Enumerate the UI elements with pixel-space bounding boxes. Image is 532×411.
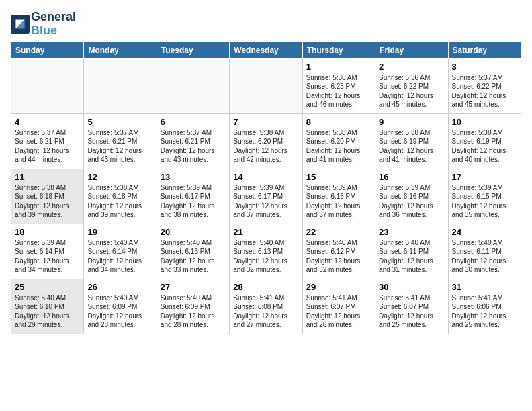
cell-info: Sunrise: 5:38 AM Sunset: 6:19 PM Dayligh… <box>379 128 444 165</box>
calendar-cell: 28Sunrise: 5:41 AM Sunset: 6:08 PM Dayli… <box>230 279 302 334</box>
date-number: 20 <box>161 227 226 237</box>
calendar-cell: 6Sunrise: 5:37 AM Sunset: 6:21 PM Daylig… <box>157 113 229 169</box>
calendar-cell: 25Sunrise: 5:40 AM Sunset: 6:10 PM Dayli… <box>11 279 84 334</box>
date-number: 30 <box>379 282 444 292</box>
cell-info: Sunrise: 5:41 AM Sunset: 6:06 PM Dayligh… <box>452 293 517 330</box>
day-header-sunday: Sunday <box>11 42 84 58</box>
logo: General Blue <box>11 11 76 38</box>
date-number: 15 <box>306 172 371 182</box>
date-number: 12 <box>87 172 152 182</box>
cell-info: Sunrise: 5:40 AM Sunset: 6:13 PM Dayligh… <box>233 238 298 275</box>
date-number: 24 <box>452 227 517 237</box>
date-number: 13 <box>161 172 226 182</box>
calendar-cell: 3Sunrise: 5:37 AM Sunset: 6:22 PM Daylig… <box>448 58 521 113</box>
calendar-cell: 26Sunrise: 5:40 AM Sunset: 6:09 PM Dayli… <box>84 279 157 334</box>
date-number: 4 <box>15 117 80 127</box>
cell-info: Sunrise: 5:40 AM Sunset: 6:09 PM Dayligh… <box>87 293 152 330</box>
calendar-cell: 7Sunrise: 5:38 AM Sunset: 6:20 PM Daylig… <box>230 113 302 169</box>
logo-text: General Blue <box>31 11 76 38</box>
cell-info: Sunrise: 5:38 AM Sunset: 6:19 PM Dayligh… <box>452 128 517 165</box>
date-number: 14 <box>233 172 298 182</box>
cell-info: Sunrise: 5:40 AM Sunset: 6:11 PM Dayligh… <box>379 238 444 275</box>
day-header-friday: Friday <box>375 42 448 58</box>
calendar-cell <box>11 58 84 113</box>
calendar-cell: 24Sunrise: 5:40 AM Sunset: 6:11 PM Dayli… <box>448 224 521 279</box>
date-number: 19 <box>87 227 152 237</box>
cell-info: Sunrise: 5:39 AM Sunset: 6:14 PM Dayligh… <box>15 238 80 275</box>
calendar-cell: 17Sunrise: 5:39 AM Sunset: 6:15 PM Dayli… <box>448 169 521 224</box>
cell-info: Sunrise: 5:37 AM Sunset: 6:21 PM Dayligh… <box>161 128 226 165</box>
calendar-cell <box>84 58 157 113</box>
page-header: General Blue <box>11 11 521 38</box>
cell-info: Sunrise: 5:40 AM Sunset: 6:13 PM Dayligh… <box>161 238 226 275</box>
cell-info: Sunrise: 5:37 AM Sunset: 6:22 PM Dayligh… <box>452 73 517 109</box>
calendar-cell <box>157 58 229 113</box>
day-header-thursday: Thursday <box>302 42 375 58</box>
cell-info: Sunrise: 5:39 AM Sunset: 6:17 PM Dayligh… <box>161 183 226 220</box>
date-number: 17 <box>452 172 517 182</box>
calendar-cell: 31Sunrise: 5:41 AM Sunset: 6:06 PM Dayli… <box>448 279 521 334</box>
date-number: 21 <box>233 227 298 237</box>
cell-info: Sunrise: 5:40 AM Sunset: 6:11 PM Dayligh… <box>452 238 517 275</box>
cell-info: Sunrise: 5:38 AM Sunset: 6:20 PM Dayligh… <box>306 128 371 165</box>
calendar-cell <box>230 58 302 113</box>
date-number: 2 <box>379 62 444 72</box>
day-header-monday: Monday <box>84 42 157 58</box>
calendar-cell: 10Sunrise: 5:38 AM Sunset: 6:19 PM Dayli… <box>448 113 521 169</box>
date-number: 7 <box>233 117 298 127</box>
calendar-cell: 8Sunrise: 5:38 AM Sunset: 6:20 PM Daylig… <box>302 113 375 169</box>
calendar-cell: 4Sunrise: 5:37 AM Sunset: 6:21 PM Daylig… <box>11 113 84 169</box>
calendar-cell: 2Sunrise: 5:36 AM Sunset: 6:22 PM Daylig… <box>375 58 448 113</box>
date-number: 1 <box>306 62 371 72</box>
date-number: 11 <box>15 172 80 182</box>
date-number: 16 <box>379 172 444 182</box>
cell-info: Sunrise: 5:40 AM Sunset: 6:09 PM Dayligh… <box>161 293 226 330</box>
calendar-cell: 21Sunrise: 5:40 AM Sunset: 6:13 PM Dayli… <box>230 224 302 279</box>
calendar-table: SundayMondayTuesdayWednesdayThursdayFrid… <box>11 42 521 334</box>
date-number: 26 <box>87 282 152 292</box>
cell-info: Sunrise: 5:41 AM Sunset: 6:07 PM Dayligh… <box>306 293 371 330</box>
cell-info: Sunrise: 5:40 AM Sunset: 6:14 PM Dayligh… <box>87 238 152 275</box>
calendar-cell: 9Sunrise: 5:38 AM Sunset: 6:19 PM Daylig… <box>375 113 448 169</box>
cell-info: Sunrise: 5:36 AM Sunset: 6:23 PM Dayligh… <box>306 73 371 109</box>
calendar-cell: 14Sunrise: 5:39 AM Sunset: 6:17 PM Dayli… <box>230 169 302 224</box>
cell-info: Sunrise: 5:39 AM Sunset: 6:15 PM Dayligh… <box>452 183 517 220</box>
date-number: 25 <box>15 282 80 292</box>
calendar-cell: 11Sunrise: 5:38 AM Sunset: 6:18 PM Dayli… <box>11 169 84 224</box>
date-number: 31 <box>452 282 517 292</box>
cell-info: Sunrise: 5:40 AM Sunset: 6:12 PM Dayligh… <box>306 238 371 275</box>
date-number: 3 <box>452 62 517 72</box>
day-header-tuesday: Tuesday <box>157 42 229 58</box>
calendar-cell: 20Sunrise: 5:40 AM Sunset: 6:13 PM Dayli… <box>157 224 229 279</box>
calendar-cell: 16Sunrise: 5:39 AM Sunset: 6:16 PM Dayli… <box>375 169 448 224</box>
cell-info: Sunrise: 5:38 AM Sunset: 6:20 PM Dayligh… <box>233 128 298 165</box>
cell-info: Sunrise: 5:40 AM Sunset: 6:10 PM Dayligh… <box>15 293 80 330</box>
date-number: 22 <box>306 227 371 237</box>
date-number: 10 <box>452 117 517 127</box>
cell-info: Sunrise: 5:37 AM Sunset: 6:21 PM Dayligh… <box>87 128 152 165</box>
date-number: 8 <box>306 117 371 127</box>
cell-info: Sunrise: 5:39 AM Sunset: 6:17 PM Dayligh… <box>233 183 298 220</box>
cell-info: Sunrise: 5:41 AM Sunset: 6:08 PM Dayligh… <box>233 293 298 330</box>
cell-info: Sunrise: 5:36 AM Sunset: 6:22 PM Dayligh… <box>379 73 444 109</box>
date-number: 5 <box>87 117 152 127</box>
logo-icon <box>11 15 30 34</box>
cell-info: Sunrise: 5:39 AM Sunset: 6:16 PM Dayligh… <box>379 183 444 220</box>
calendar-cell: 13Sunrise: 5:39 AM Sunset: 6:17 PM Dayli… <box>157 169 229 224</box>
calendar-cell: 23Sunrise: 5:40 AM Sunset: 6:11 PM Dayli… <box>375 224 448 279</box>
calendar-cell: 15Sunrise: 5:39 AM Sunset: 6:16 PM Dayli… <box>302 169 375 224</box>
date-number: 9 <box>379 117 444 127</box>
cell-info: Sunrise: 5:41 AM Sunset: 6:07 PM Dayligh… <box>379 293 444 330</box>
date-number: 28 <box>233 282 298 292</box>
calendar-cell: 19Sunrise: 5:40 AM Sunset: 6:14 PM Dayli… <box>84 224 157 279</box>
date-number: 29 <box>306 282 371 292</box>
calendar-cell: 27Sunrise: 5:40 AM Sunset: 6:09 PM Dayli… <box>157 279 229 334</box>
date-number: 27 <box>161 282 226 292</box>
calendar-cell: 12Sunrise: 5:38 AM Sunset: 6:18 PM Dayli… <box>84 169 157 224</box>
date-number: 23 <box>379 227 444 237</box>
cell-info: Sunrise: 5:37 AM Sunset: 6:21 PM Dayligh… <box>15 128 80 165</box>
date-number: 6 <box>161 117 226 127</box>
calendar-cell: 30Sunrise: 5:41 AM Sunset: 6:07 PM Dayli… <box>375 279 448 334</box>
calendar-cell: 29Sunrise: 5:41 AM Sunset: 6:07 PM Dayli… <box>302 279 375 334</box>
day-header-wednesday: Wednesday <box>230 42 302 58</box>
